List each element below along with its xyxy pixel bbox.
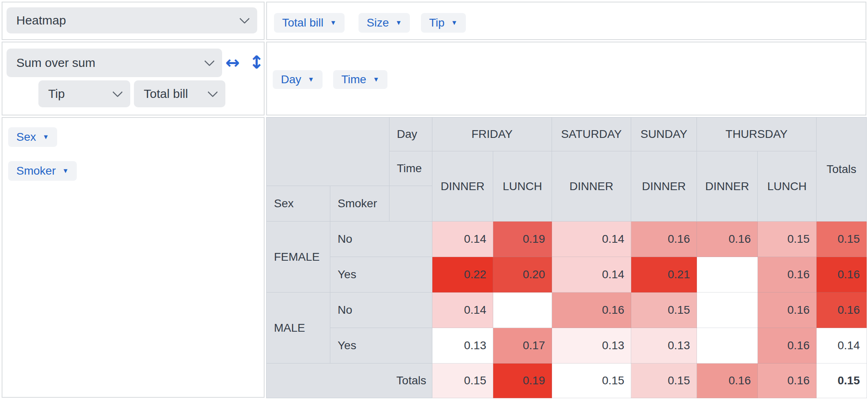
value-cell: 0.20	[493, 257, 552, 293]
dropdown-triangle-icon[interactable]: ▼	[42, 133, 49, 141]
dropdown-triangle-icon[interactable]: ▼	[330, 19, 336, 27]
table-row: FEMALE No 0.14 0.19 0.14 0.16 0.16 0.15 …	[267, 222, 867, 257]
col-total-cell: 0.15	[552, 364, 631, 398]
col-axis-label-time[interactable]: Time	[389, 151, 432, 186]
chevron-down-icon	[204, 56, 214, 66]
value-cell: 0.16	[552, 293, 631, 328]
value-cell	[697, 257, 758, 293]
pivot-heatmap-table: Day FRIDAY SATURDAY SUNDAY THURSDAY Tota…	[266, 117, 867, 398]
value-cell: 0.16	[758, 293, 817, 328]
time-header: LUNCH	[758, 151, 817, 222]
time-header: DINNER	[697, 151, 758, 222]
day-header: FRIDAY	[432, 117, 552, 151]
attribute-pill-day[interactable]: Day ▼	[273, 70, 323, 89]
table-row: Yes 0.22 0.20 0.14 0.21 0.16 0.16	[267, 257, 867, 293]
time-header: DINNER	[631, 151, 697, 222]
grand-total-cell: 0.15	[817, 364, 867, 398]
attribute-pill-tip[interactable]: Tip ▼	[421, 13, 466, 33]
totals-column-header: Totals	[817, 117, 867, 222]
aggregator-select-value: Sum over sum	[16, 56, 95, 70]
attribute-pill-smoker[interactable]: Smoker ▼	[8, 161, 77, 181]
attribute-pill-total-bill[interactable]: Total bill ▼	[274, 13, 345, 33]
value-cell: 0.16	[758, 328, 817, 364]
dropdown-triangle-icon[interactable]: ▼	[373, 76, 379, 83]
row-label-smoker: Yes	[330, 257, 432, 293]
value-cell	[697, 328, 758, 364]
move-horizontal-icon[interactable]: ↔	[225, 54, 240, 71]
axis-spacer-cell	[389, 186, 432, 222]
row-label-smoker: Yes	[330, 328, 432, 364]
value-cell: 0.15	[758, 222, 817, 257]
time-header: DINNER	[432, 151, 493, 222]
col-total-cell: 0.16	[758, 364, 817, 398]
col-total-cell: 0.15	[631, 364, 697, 398]
col-total-cell: 0.19	[493, 364, 552, 398]
table-row: Yes 0.13 0.17 0.13 0.13 0.16 0.14	[267, 328, 867, 364]
pill-label: Smoker	[16, 164, 56, 177]
time-header: LUNCH	[493, 151, 552, 222]
value-cell	[493, 293, 552, 328]
chevron-down-icon	[207, 87, 218, 97]
pill-label: Time	[341, 73, 366, 86]
value-cell: 0.14	[552, 222, 631, 257]
col-axis-label-day[interactable]: Day	[389, 117, 432, 151]
totals-row: Totals 0.15 0.19 0.15 0.15 0.16 0.16 0.1…	[267, 364, 867, 398]
row-label-sex: MALE	[267, 293, 330, 364]
row-axis-label-smoker[interactable]: Smoker	[330, 186, 389, 222]
row-label-smoker: No	[330, 222, 432, 257]
row-total-cell: 0.14	[817, 328, 867, 364]
value-cell: 0.17	[493, 328, 552, 364]
value-cell: 0.22	[432, 257, 493, 293]
pill-label: Tip	[429, 16, 445, 29]
dropdown-triangle-icon[interactable]: ▼	[62, 167, 69, 175]
aggregator-arg2-select[interactable]: Total bill	[134, 80, 225, 107]
dropdown-triangle-icon[interactable]: ▼	[395, 19, 402, 27]
time-header: DINNER	[552, 151, 631, 222]
value-cell: 0.14	[432, 222, 493, 257]
day-header-row: Day FRIDAY SATURDAY SUNDAY THURSDAY Tota…	[267, 117, 867, 151]
pill-label: Total bill	[282, 16, 323, 29]
aggregator-arg2-value: Total bill	[144, 87, 188, 101]
attribute-pill-size[interactable]: Size ▼	[358, 13, 410, 33]
corner-spacer-cell	[267, 117, 389, 186]
chevron-down-icon	[112, 87, 122, 97]
chevron-down-icon	[239, 13, 249, 24]
row-attributes-panel	[2, 117, 265, 398]
row-label-smoker: No	[330, 293, 432, 328]
value-cell: 0.16	[631, 222, 697, 257]
pivot-table-app: Heatmap Total bill ▼ Size ▼ Tip ▼ Sum ov…	[0, 0, 868, 399]
attribute-pill-sex[interactable]: Sex ▼	[8, 127, 57, 147]
value-cell: 0.13	[631, 328, 697, 364]
attribute-pill-time[interactable]: Time ▼	[333, 70, 387, 89]
day-header: SUNDAY	[631, 117, 697, 151]
day-header: SATURDAY	[552, 117, 631, 151]
pill-label: Day	[281, 73, 301, 86]
aggregator-arg1-select[interactable]: Tip	[38, 80, 130, 107]
value-cell: 0.14	[552, 257, 631, 293]
row-axis-label-sex[interactable]: Sex	[267, 186, 330, 222]
renderer-select-value: Heatmap	[16, 13, 66, 27]
value-cell: 0.16	[758, 257, 817, 293]
value-cell: 0.21	[631, 257, 697, 293]
pill-label: Size	[367, 16, 389, 29]
row-label-sex: FEMALE	[267, 222, 330, 293]
move-vertical-icon[interactable]: ↕	[249, 53, 264, 71]
dropdown-triangle-icon[interactable]: ▼	[308, 76, 314, 83]
value-cell: 0.19	[493, 222, 552, 257]
aggregator-arg1-value: Tip	[48, 87, 65, 101]
aggregator-select[interactable]: Sum over sum	[7, 49, 222, 77]
value-cell: 0.13	[432, 328, 493, 364]
value-cell: 0.16	[697, 222, 758, 257]
col-total-cell: 0.16	[697, 364, 758, 398]
row-total-cell: 0.16	[817, 257, 867, 293]
dropdown-triangle-icon[interactable]: ▼	[451, 19, 458, 27]
totals-row-label: Totals	[267, 364, 432, 398]
renderer-select[interactable]: Heatmap	[7, 7, 257, 33]
value-cell: 0.14	[432, 293, 493, 328]
unused-attributes-panel	[266, 2, 866, 40]
value-cell: 0.13	[552, 328, 631, 364]
table-row: MALE No 0.14 0.16 0.15 0.16 0.16	[267, 293, 867, 328]
col-total-cell: 0.15	[432, 364, 493, 398]
day-header: THURSDAY	[697, 117, 817, 151]
row-total-cell: 0.16	[817, 293, 867, 328]
